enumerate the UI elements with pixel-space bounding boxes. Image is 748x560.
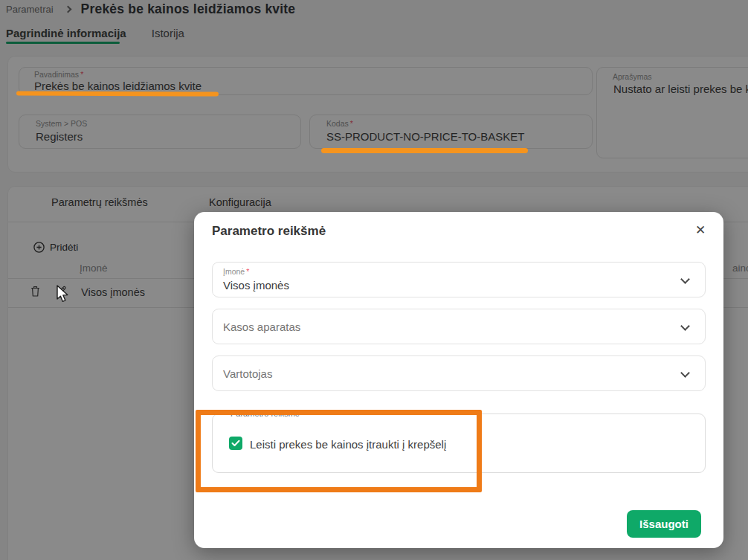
kasos-aparatas-dropdown[interactable]: Kasos aparatas [212,309,706,344]
imone-dropdown-value: Visos įmonės [223,279,289,292]
modal-title: Parametro reikšmė [212,224,326,239]
annotation-underline-pavadinimas [16,91,219,96]
vartotojas-dropdown[interactable]: Vartotojas [212,355,706,391]
imone-dropdown[interactable]: Įmonė* Visos įmonės [212,262,706,297]
imone-dropdown-label: Įmonė* [223,267,249,276]
kasos-aparatas-placeholder: Kasos aparatas [223,321,300,333]
parameter-value-modal: Parametro reikšmė ✕ Įmonė* Visos įmonės … [194,212,723,548]
chevron-down-icon [680,274,690,284]
mouse-cursor-icon [54,285,71,304]
annotation-rect-fieldset [196,410,482,492]
chevron-down-icon [680,368,690,378]
save-button[interactable]: Išsaugoti [627,510,701,538]
vartotojas-placeholder: Vartotojas [223,367,272,380]
close-icon[interactable]: ✕ [691,220,710,239]
chevron-down-icon [680,321,690,331]
annotation-underline-kodas [321,148,528,153]
